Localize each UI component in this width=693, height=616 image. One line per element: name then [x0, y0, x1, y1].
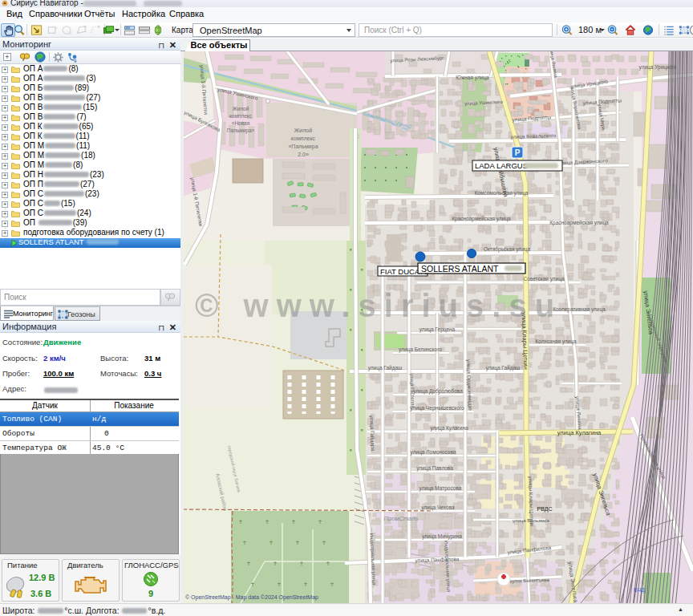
svg-text:«Пальмира: «Пальмира — [288, 144, 318, 150]
svg-text:2.0»: 2.0» — [298, 152, 309, 157]
svg-text:Пальмира»: Пальмира» — [227, 128, 255, 134]
svg-text:улица Кулагина: улица Кулагина — [430, 425, 468, 432]
svg-text:«Новая: «Новая — [232, 120, 250, 126]
svg-text:улица Чернышевского: улица Чернышевского — [410, 405, 464, 411]
svg-text:Красноармейская улица: Красноармейская улица — [549, 220, 609, 226]
svg-text:9: 9 — [74, 59, 77, 63]
svg-text:улица Герцена: улица Герцена — [419, 326, 456, 333]
svg-text:улица Чехова: улица Чехова — [421, 505, 455, 511]
svg-text:улица Ломоносова: улица Ломоносова — [411, 449, 456, 456]
svg-text:улица Мичурина: улица Мичурина — [422, 533, 462, 540]
svg-text:улица Павлова: улица Павлова — [416, 465, 453, 472]
svg-text:P: P — [515, 148, 521, 157]
svg-text:улица Матросова: улица Матросова — [419, 485, 462, 492]
svg-text:LADA LARGUS: LADA LARGUS — [475, 161, 528, 170]
svg-text:ВЧД: ВЧД — [634, 587, 645, 594]
svg-text:улица Гайдаш: улица Гайдаш — [368, 365, 403, 371]
svg-text:Октябрьская улица: Октябрьская улица — [484, 246, 531, 253]
svg-text:улица Гайдаш: улица Гайдаш — [486, 365, 521, 371]
svg-text:ПромСталь: ПромСталь — [384, 515, 419, 522]
svg-text:улица Добролюбова: улица Добролюбова — [413, 388, 463, 395]
svg-text:Советская улица: Советская улица — [523, 276, 564, 282]
svg-text:улица Кулагина: улица Кулагина — [557, 429, 602, 436]
svg-text:© www.sirius.su: © www.sirius.su — [195, 288, 562, 323]
svg-text:Красноармейская улица: Красноармейская улица — [452, 216, 511, 222]
svg-text:комплекс: комплекс — [229, 113, 253, 119]
svg-text:Колхозная улица: Колхозная улица — [535, 338, 577, 345]
svg-text:РВДС: РВДС — [537, 506, 553, 513]
svg-text:улица Урицкого: улица Урицкого — [639, 64, 677, 71]
svg-text:улица Белинского: улица Белинского — [399, 346, 442, 353]
svg-text:Южная улица: Южная улица — [456, 75, 489, 81]
svg-text:Жилой: Жилой — [294, 128, 312, 133]
svg-text:комплекс: комплекс — [291, 136, 316, 141]
svg-text:SOLLERS ATALANT: SOLLERS ATALANT — [421, 264, 499, 274]
svg-text:Жилой: Жилой — [233, 106, 249, 111]
svg-text:© OpenStreetMap - Map data ©20: © OpenStreetMap - Map data ©2024 OpenStr… — [185, 594, 318, 601]
svg-text:BM: BM — [125, 26, 130, 30]
